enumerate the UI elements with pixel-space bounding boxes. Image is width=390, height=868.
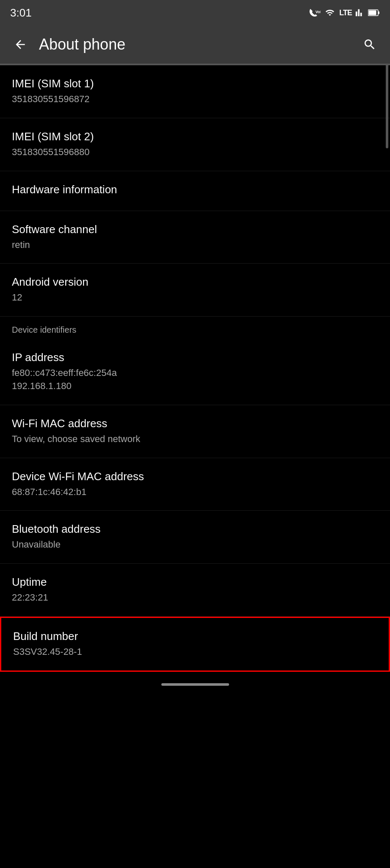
imei1-title: IMEI (SIM slot 1) <box>12 77 378 90</box>
signal-icon <box>355 8 365 17</box>
android-version-title: Android version <box>12 275 378 289</box>
volte-icon: VoLTE <box>309 8 321 17</box>
list-item-android-version[interactable]: Android version 12 <box>0 264 390 317</box>
imei1-subtitle: 351830551596872 <box>12 93 378 106</box>
list-item-imei1[interactable]: IMEI (SIM slot 1) 351830551596872 <box>0 65 390 118</box>
svg-rect-3 <box>369 11 376 15</box>
software-channel-subtitle: retin <box>12 239 378 252</box>
bluetooth-title: Bluetooth address <box>12 523 378 536</box>
imei2-subtitle: 351830551596880 <box>12 146 378 159</box>
section-header-text: Device identifiers <box>12 325 76 334</box>
navigation-bar <box>0 672 390 697</box>
device-wifi-mac-subtitle: 68:87:1c:46:42:b1 <box>12 486 378 499</box>
app-bar: About phone <box>0 25 390 64</box>
android-version-subtitle: 12 <box>12 291 378 304</box>
list-item-device-wifi-mac[interactable]: Device Wi-Fi MAC address 68:87:1c:46:42:… <box>0 458 390 511</box>
search-icon <box>363 38 376 51</box>
status-bar: 3:01 VoLTE LTE <box>0 0 390 25</box>
search-button[interactable] <box>360 34 380 55</box>
svg-rect-2 <box>378 11 379 14</box>
ip-address-title: IP address <box>12 351 378 364</box>
content-area: IMEI (SIM slot 1) 351830551596872 IMEI (… <box>0 65 390 672</box>
wifi-mac-subtitle: To view, choose saved network <box>12 433 378 446</box>
uptime-subtitle: 22:23:21 <box>12 591 378 604</box>
status-time: 3:01 <box>10 6 32 19</box>
svg-text:VoLTE: VoLTE <box>315 10 321 14</box>
software-channel-title: Software channel <box>12 223 378 236</box>
hardware-title: Hardware information <box>12 183 378 196</box>
wifi-icon <box>324 8 336 17</box>
list-item-imei2[interactable]: IMEI (SIM slot 2) 351830551596880 <box>0 118 390 171</box>
status-icons: VoLTE LTE <box>309 8 380 17</box>
lte-icon: LTE <box>339 8 352 17</box>
device-wifi-mac-title: Device Wi-Fi MAC address <box>12 470 378 483</box>
list-item-bluetooth[interactable]: Bluetooth address Unavailable <box>0 511 390 564</box>
build-number-subtitle: S3SV32.45-28-1 <box>13 645 377 659</box>
battery-icon <box>368 9 380 17</box>
uptime-title: Uptime <box>12 576 378 589</box>
list-item-ip-address[interactable]: IP address fe80::c473:eeff:fe6c:254a192.… <box>0 339 390 405</box>
page-title: About phone <box>39 36 351 53</box>
home-indicator <box>161 683 229 686</box>
wifi-mac-title: Wi-Fi MAC address <box>12 417 378 430</box>
section-header-device-identifiers: Device identifiers <box>0 317 390 339</box>
back-button[interactable] <box>10 34 30 55</box>
build-number-title: Build number <box>13 630 377 643</box>
list-item-build-number[interactable]: Build number S3SV32.45-28-1 <box>0 617 390 672</box>
list-item-uptime[interactable]: Uptime 22:23:21 <box>0 564 390 617</box>
list-item-hardware[interactable]: Hardware information <box>0 171 390 211</box>
list-item-software-channel[interactable]: Software channel retin <box>0 211 390 264</box>
scroll-indicator[interactable] <box>386 64 388 148</box>
list-item-wifi-mac[interactable]: Wi-Fi MAC address To view, choose saved … <box>0 405 390 458</box>
bluetooth-subtitle: Unavailable <box>12 538 378 551</box>
ip-address-subtitle: fe80::c473:eeff:fe6c:254a192.168.1.180 <box>12 367 378 393</box>
imei2-title: IMEI (SIM slot 2) <box>12 130 378 143</box>
back-arrow-icon <box>14 38 27 51</box>
